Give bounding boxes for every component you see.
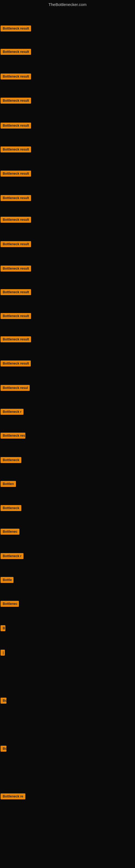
list-item: Bottleneck r (1, 409, 24, 416)
bottleneck-badge[interactable]: Bottleneck (1, 457, 21, 463)
bottleneck-badge[interactable]: Bottlenec (1, 529, 19, 535)
list-item: Bottlen (1, 481, 16, 488)
list-item: Bottleneck result (1, 266, 31, 273)
list-item: Bottleneck result (1, 73, 31, 81)
bottleneck-badge[interactable]: Bottleneck re (1, 794, 26, 799)
list-item: Bottleneck (1, 457, 21, 464)
bottleneck-badge[interactable]: Bottlen (1, 481, 16, 487)
bottleneck-badge[interactable]: Bottleneck result (1, 73, 31, 80)
bottleneck-badge[interactable]: Bo (1, 746, 6, 752)
bottleneck-badge[interactable]: Bottleneck result (1, 336, 31, 342)
list-item: Bottlenec (1, 601, 19, 608)
list-item: B (1, 625, 5, 632)
list-item: Bottleneck result (1, 49, 31, 56)
list-item: Bottleneck result (1, 147, 31, 154)
list-item: Bottleneck result (1, 195, 31, 202)
bottleneck-badge[interactable]: Bottleneck r (1, 553, 24, 559)
bottleneck-badge[interactable]: Bottleneck result (1, 313, 31, 319)
bottleneck-badge[interactable]: Bottleneck result (1, 266, 31, 272)
list-item: Bottleneck result (1, 98, 31, 105)
bottleneck-badge[interactable]: Bottleneck (1, 505, 21, 511)
list-item: Bottleneck result (1, 313, 31, 320)
list-item: Bottleneck resul (1, 385, 30, 392)
list-item: Bottleneck result (1, 241, 31, 248)
bottleneck-badge[interactable]: Bottleneck result (1, 123, 31, 129)
list-item: Bo (1, 698, 6, 705)
bottleneck-badge[interactable]: Bottleneck result (1, 217, 31, 223)
site-title: TheBottlenecker.com (0, 0, 135, 10)
bottleneck-badge[interactable]: Bottle (1, 577, 13, 583)
bottleneck-badge[interactable]: Bottleneck res (1, 433, 26, 439)
list-item: Bottleneck (1, 505, 21, 512)
list-item: Bottleneck result (1, 170, 31, 178)
bottleneck-badge[interactable]: Bottleneck resul (1, 385, 30, 391)
list-item: Bottleneck result (1, 123, 31, 130)
bottleneck-badge[interactable]: Bottlenec (1, 601, 19, 607)
bottleneck-badge[interactable]: Bo (1, 698, 6, 704)
bottleneck-badge[interactable]: Bottleneck result (1, 195, 31, 201)
list-item: Bottleneck result (1, 289, 31, 296)
list-item: Bottleneck result (1, 217, 31, 224)
bottleneck-badge[interactable]: Bottleneck r (1, 409, 24, 415)
list-item: Bottleneck result (1, 361, 31, 368)
list-item: Bottleneck result (1, 26, 31, 33)
list-item: Bottle (1, 577, 13, 584)
bottleneck-badge[interactable]: Bottleneck result (1, 98, 31, 104)
list-item: Bottleneck res (1, 433, 26, 440)
bottleneck-badge[interactable]: Bottleneck result (1, 26, 31, 31)
list-item: Bottlenec (1, 529, 19, 536)
list-item: Bo (1, 746, 6, 753)
bottleneck-badge[interactable]: B (1, 625, 5, 631)
bottleneck-badge[interactable]: Bottleneck result (1, 241, 31, 247)
bottleneck-badge[interactable]: Bottleneck result (1, 170, 31, 177)
bottleneck-badge[interactable]: Bottleneck result (1, 289, 31, 295)
list-item: | (1, 650, 5, 657)
list-item: Bottleneck result (1, 336, 31, 343)
list-item: Bottleneck re (1, 794, 26, 801)
list-item: Bottleneck r (1, 553, 24, 560)
bottleneck-badge[interactable]: Bottleneck result (1, 49, 31, 55)
bottleneck-badge[interactable]: Bottleneck result (1, 147, 31, 152)
bottleneck-badge[interactable]: | (1, 650, 5, 656)
bottleneck-badge[interactable]: Bottleneck result (1, 361, 31, 367)
